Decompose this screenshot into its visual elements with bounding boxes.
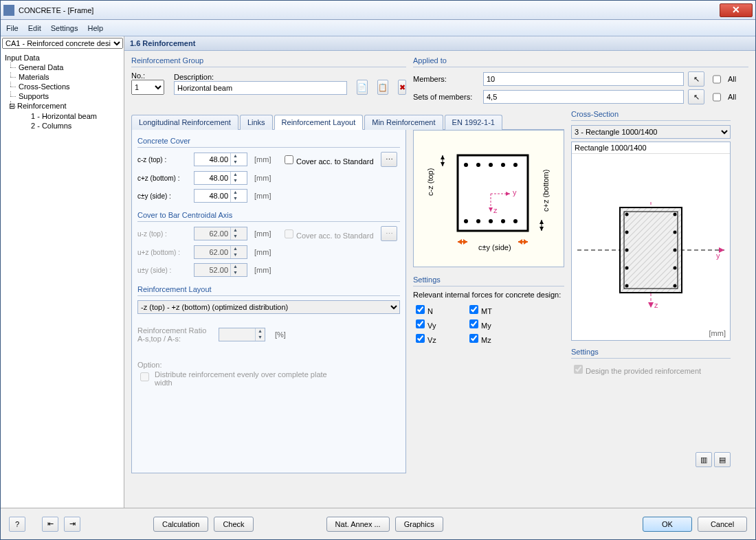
cover-diagram-svg: y z c±y (side) (414, 131, 565, 268)
menu-edit[interactable]: Edit (28, 24, 41, 32)
cancel-button[interactable]: Cancel (698, 517, 747, 532)
ratio-unit: [%] (275, 330, 286, 339)
no-select[interactable]: 1 (131, 80, 164, 95)
svg-marker-19 (463, 239, 467, 245)
centroid-info-icon[interactable]: ⋯ (381, 226, 397, 241)
close-button[interactable]: ✕ (720, 3, 753, 17)
label-no: No.: (131, 71, 164, 80)
nav-prev-icon[interactable]: ⇤ (42, 517, 58, 532)
cover-diagram: y z c±y (side) (413, 130, 564, 267)
tree-general-data[interactable]: General Data (5, 63, 120, 72)
group-concrete-cover: Concrete Cover (137, 135, 400, 148)
annex-button[interactable]: Nat. Annex ... (326, 517, 390, 532)
menu-file[interactable]: File (6, 24, 19, 32)
delete-icon[interactable]: ✖ (398, 80, 406, 95)
tab-en[interactable]: EN 1992-1-1 (445, 115, 502, 130)
tab-min[interactable]: Min Reinforcement (364, 115, 443, 130)
chk-mt[interactable]: MT (467, 303, 515, 316)
sets-input[interactable] (483, 90, 684, 104)
layout-select[interactable]: -z (top) - +z (bottom) (optimized distri… (137, 300, 400, 314)
uy-side-input: ▲▼ (194, 263, 247, 277)
tab-links[interactable]: Links (240, 115, 273, 130)
pick-sets-icon[interactable]: ↖ (688, 89, 704, 104)
svg-point-47 (674, 231, 677, 234)
svg-marker-22 (524, 239, 528, 245)
cs-label: Rectangle 1000/1400 (572, 142, 730, 154)
tab-longitudinal[interactable]: Longitudinal Reinforcement (131, 115, 238, 130)
czp-bot-input[interactable]: ▲▼ (194, 171, 247, 185)
cs-diagram: Rectangle 1000/1400 y z (571, 142, 731, 341)
sets-all-chk[interactable] (713, 93, 721, 102)
graphics-button[interactable]: Graphics (395, 517, 443, 532)
chk-mz[interactable]: Mz (467, 332, 515, 345)
titlebar: CONCRETE - [Frame] ✕ (1, 1, 755, 20)
svg-point-44 (625, 284, 629, 288)
description-input[interactable] (174, 81, 347, 95)
tree-cross-sections[interactable]: Cross-Sections (5, 82, 120, 91)
svg-text:z: z (654, 301, 658, 309)
check-button[interactable]: Check (214, 517, 253, 532)
svg-point-45 (674, 284, 677, 288)
chk-vz[interactable]: Vz (413, 332, 461, 345)
tree-supports[interactable]: Supports (5, 91, 120, 101)
group-reinforcement-group: Reinforcement Group (131, 55, 406, 67)
group-centroidal-axis: Cover to Bar Centroidal Axis (137, 210, 400, 222)
svg-marker-18 (458, 239, 462, 245)
menubar: File Edit Settings Help (1, 20, 755, 36)
pick-members-icon[interactable]: ↖ (688, 71, 704, 87)
cs-tool1-icon[interactable]: ▥ (696, 452, 712, 467)
tree-materials[interactable]: Materials (5, 72, 120, 82)
chk-design-provided: Design the provided reinforcement (571, 367, 701, 375)
calc-button[interactable]: Calculation (153, 517, 208, 532)
label-option: Option: (137, 361, 400, 369)
help-icon[interactable]: ? (9, 517, 25, 532)
uz-top-input: ▲▼ (194, 227, 247, 240)
tree-reinf-2[interactable]: 2 - Columns (5, 121, 120, 131)
svg-rect-0 (458, 155, 528, 231)
group-cross-section: Cross-Section (571, 109, 731, 121)
chk-n[interactable]: N (413, 303, 461, 316)
group-cs-settings: Settings (571, 346, 731, 359)
chk-vy[interactable]: Vy (413, 317, 461, 330)
menu-help[interactable]: Help (87, 24, 103, 32)
tree-input-data[interactable]: Input Data (5, 53, 120, 63)
menu-settings[interactable]: Settings (51, 24, 78, 32)
ok-button[interactable]: OK (643, 517, 692, 532)
tree-reinf-1[interactable]: 1 - Horizontal beam (5, 111, 120, 121)
svg-point-6 (464, 219, 468, 223)
svg-point-46 (625, 231, 629, 234)
cy-side-input[interactable]: ▲▼ (194, 189, 247, 203)
chk-my[interactable]: My (467, 317, 515, 330)
nav-next-icon[interactable]: ⇥ (64, 517, 80, 532)
svg-marker-21 (518, 239, 522, 245)
svg-point-5 (513, 163, 518, 167)
members-input[interactable] (483, 72, 684, 86)
tab-bar: Longitudinal Reinforcement Links Reinfor… (131, 114, 564, 130)
group-settings-forces: Settings (413, 274, 564, 286)
members-all-chk[interactable] (713, 75, 721, 84)
page-title: 1.6 Reinforcement (124, 36, 755, 51)
svg-point-4 (501, 163, 505, 167)
cz-top-input[interactable]: ▲▼ (194, 153, 247, 166)
case-selector[interactable]: CA1 - Reinforced concrete desi (2, 38, 123, 49)
tab-layout[interactable]: Reinforcement Layout (274, 115, 364, 130)
label-uz-top: u-z (top) : (137, 230, 191, 238)
label-cz-top: c-z (top) : (137, 156, 191, 164)
svg-text:c-z (top): c-z (top) (426, 168, 434, 196)
tree-reinforcement[interactable]: ⊟ Reinforcement (5, 101, 120, 111)
copy-icon[interactable]: 📋 (377, 80, 388, 95)
label-uzp-bot: u+z (bottom) : (137, 249, 191, 256)
cs-select[interactable]: 3 - Rectangle 1000/1400 (571, 125, 731, 139)
svg-point-49 (674, 249, 677, 252)
cs-tool2-icon[interactable]: ▤ (714, 452, 731, 467)
ratio-input: ▲▼ (219, 328, 265, 341)
label-sets-all: All (728, 93, 748, 101)
svg-point-42 (625, 213, 629, 216)
cover-info-icon[interactable]: ⋯ (381, 152, 397, 167)
label-forces-subtitle: Relevant internal forces for concrete de… (413, 291, 564, 299)
cover-standard-chk-row[interactable]: Cover acc. to Standard (282, 153, 378, 166)
svg-marker-36 (648, 302, 654, 308)
label-uy-side: u±y (side) : (137, 267, 191, 274)
new-icon[interactable]: 📄 (357, 80, 368, 95)
svg-point-2 (476, 163, 480, 167)
